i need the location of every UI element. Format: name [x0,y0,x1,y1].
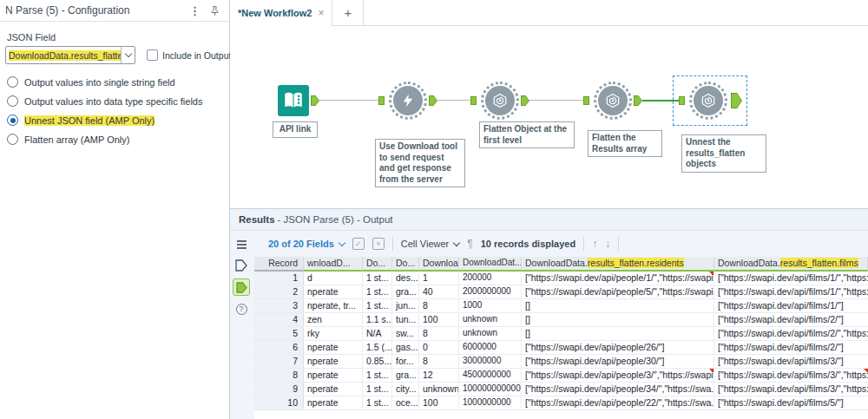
json-field-dropdown[interactable]: DownloadData.results_flatten [5,46,135,64]
table-cell[interactable]: ["https://swapi.dev/api/films/2/","https… [714,327,868,340]
table-row-9[interactable]: 9nperate1 st...city...unknown10000000000… [254,383,868,396]
table-row-4[interactable]: 4zen1.1 s...tun...100unknown[]["https://… [254,313,868,327]
table-cell[interactable]: 1 st... [363,272,392,285]
table-row-1[interactable]: 1d1 st...des...1200000["https://swapi.de… [254,272,868,285]
annotation-unnest[interactable]: Unnest the results_flatten objects [681,134,766,173]
table-cell[interactable]: for... [392,355,419,368]
workflow-canvas[interactable]: API link Use Download tool to send reque… [230,26,868,208]
connection-2-3[interactable] [437,100,470,101]
input-anchor[interactable] [679,96,685,105]
table-cell[interactable]: nperate [304,369,363,382]
output-anchor-icon-selected[interactable] [233,278,250,296]
pin-icon[interactable] [206,5,224,16]
table-cell[interactable]: ["https://swapi.dev/api/people/30/"] [522,355,714,368]
table-cell[interactable]: nperate [304,383,363,396]
table-cell[interactable]: oce... [392,396,419,409]
select-fields-icon[interactable]: ✓ [352,238,365,250]
connection-1-2[interactable] [319,100,378,101]
radio-option-0[interactable]: Output values into single string field [7,76,224,88]
pilcrow-icon[interactable]: ¶ [467,238,472,250]
table-cell[interactable]: unknown [459,327,522,340]
table-cell[interactable]: 7 [254,355,304,368]
table-cell[interactable]: 2000000000 [459,285,522,298]
table-cell[interactable]: ["https://swapi.dev/api/people/22/","htt… [522,396,714,409]
table-row-10[interactable]: 10nperate1 st...oce...1001000000000["htt… [254,396,868,410]
table-cell[interactable]: rky [304,327,363,340]
table-row-2[interactable]: 2nperate1 st...gra...402000000000["https… [254,285,868,299]
tool-text-input[interactable] [278,85,309,116]
table-cell[interactable]: nperate, tr... [304,299,363,312]
input-anchor[interactable] [583,96,589,105]
table-cell[interactable]: nperate [304,341,363,354]
output-anchor[interactable] [521,95,529,106]
input-anchor[interactable] [470,96,477,105]
connection-3-4[interactable] [529,100,583,101]
table-cell[interactable]: 100 [419,396,459,409]
table-cell[interactable]: ["https://swapi.dev/api/films/1/","https… [714,272,868,285]
table-cell[interactable]: 8 [419,355,459,368]
table-cell[interactable]: 12 [419,369,459,382]
table-cell[interactable]: [] [522,299,714,312]
input-anchor[interactable] [378,96,385,105]
table-cell[interactable]: nperate [304,396,363,409]
table-cell[interactable]: ["https://swapi.dev/api/people/26/"] [522,341,714,354]
table-cell[interactable]: 6000000 [459,341,522,354]
table-cell[interactable]: gra... [392,369,419,382]
table-cell[interactable]: d [304,272,363,285]
table-cell[interactable]: ["https://swapi.dev/api/films/1/"] [714,299,868,312]
table-cell[interactable]: ["https://swapi.dev/api/films/3/"] [714,355,868,368]
table-cell[interactable]: unknown [459,313,522,326]
column-header-5[interactable]: DownloadDat... [459,257,522,272]
column-header-2[interactable]: Do... [363,257,392,272]
annotation-api-link[interactable]: API link [273,121,318,138]
table-cell[interactable]: 1 st... [363,383,392,396]
table-cell[interactable]: ["https://swapi.dev/api/films/2/"] [714,341,868,354]
table-cell[interactable]: 1.5 (... [363,341,392,354]
table-cell[interactable]: 1 st... [363,369,392,382]
table-cell[interactable]: ["https://swapi.dev/api/films/3/","https… [714,383,868,396]
table-cell[interactable]: 1000000000 [459,396,522,409]
table-cell[interactable]: [] [522,313,714,326]
table-row-7[interactable]: 7nperate0.85...for...830000000["https://… [254,355,868,369]
output-anchor[interactable] [311,95,319,106]
kebab-menu-icon[interactable]: ⋮ [184,4,206,17]
table-cell[interactable]: 1 [419,272,459,285]
table-cell[interactable]: 1 st... [363,285,392,298]
table-cell[interactable]: 8 [419,299,459,312]
table-cell[interactable]: ["https://swapi.dev/api/people/34/","htt… [522,383,714,396]
table-cell[interactable]: 4500000000 [459,369,522,382]
table-cell[interactable]: 1.1 s... [363,313,392,326]
radio-button[interactable] [7,95,18,107]
column-header-3[interactable]: Do... [392,257,419,272]
annotation-download[interactable]: Use Download tool to send request and ge… [375,139,465,187]
column-header-1[interactable]: wnloadD... [304,257,363,272]
table-cell[interactable]: city... [392,383,419,396]
table-cell[interactable]: ["https://swapi.dev/api/films/5/"] [714,396,868,409]
column-header-6[interactable]: DownloadData.results_flatten.residents [522,257,714,272]
table-cell[interactable]: ["https://swapi.dev/api/films/3/","https… [714,369,868,382]
radio-button[interactable] [7,76,18,88]
table-cell[interactable]: 1 st... [363,396,392,409]
input-anchor-icon[interactable] [233,258,250,273]
up-arrow-icon[interactable]: ↑ [592,238,597,250]
table-cell[interactable]: des... [392,272,419,285]
tab-new-workflow2[interactable]: *New Workflow2 × [230,0,332,26]
table-cell[interactable]: jun... [392,299,419,312]
table-cell[interactable]: 5 [254,327,304,340]
table-cell[interactable]: 1000000000000 [459,383,522,396]
annotation-flatten-object[interactable]: Flatten Object at the first level [479,121,575,148]
column-header-0[interactable]: Record [254,257,304,272]
table-cell[interactable]: 2 [254,285,304,298]
table-cell[interactable]: 40 [419,285,459,298]
table-cell[interactable]: nperate [304,355,363,368]
table-cell[interactable]: 6 [254,341,304,354]
tool-json-parse-2[interactable] [594,82,632,120]
radio-option-1[interactable]: Output values into data type specific fi… [7,95,224,107]
table-cell[interactable]: 9 [254,383,304,396]
table-cell[interactable]: N/A [363,327,392,340]
radio-button[interactable] [7,115,18,126]
cell-viewer-dropdown[interactable]: Cell Viewer [401,239,459,249]
column-header-7[interactable]: DownloadData.results_flatten.films [714,257,868,272]
annotation-flatten-results[interactable]: Flatten the Results array [588,130,662,157]
close-icon[interactable]: × [318,7,324,19]
